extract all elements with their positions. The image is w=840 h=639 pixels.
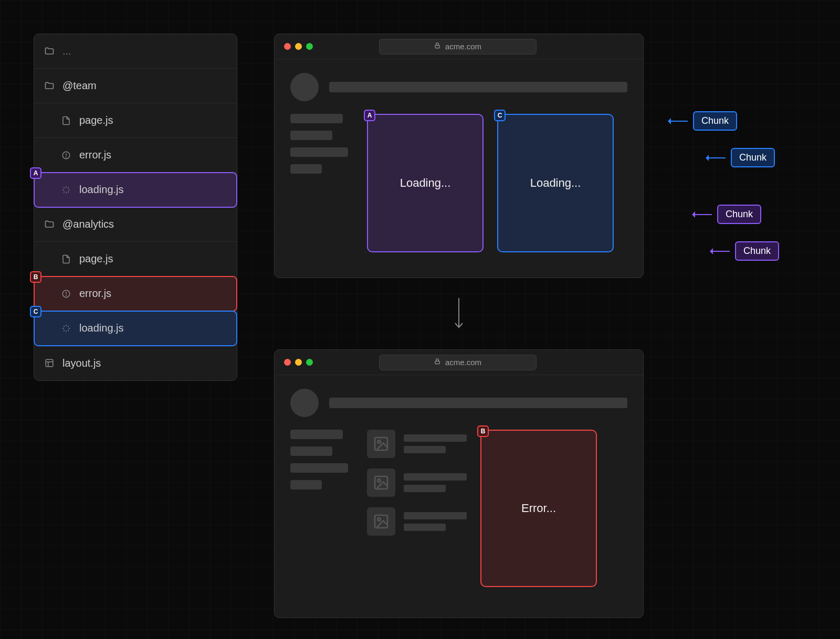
- avatar-skeleton: [290, 73, 319, 101]
- file-icon: [60, 115, 72, 126]
- badge-a: A: [364, 110, 375, 121]
- minimize-dot-icon[interactable]: [295, 43, 302, 50]
- badge-a: A: [30, 167, 41, 179]
- tree-row-label: layout.js: [62, 357, 101, 369]
- error-card-b: B Error...: [480, 430, 597, 587]
- chunk-pill: Chunk: [717, 205, 761, 224]
- browser-window-error: acme.com: [274, 349, 644, 618]
- tree-row-analytics[interactable]: @analytics: [34, 207, 237, 242]
- minimize-dot-icon[interactable]: [295, 359, 302, 366]
- badge-b: B: [477, 425, 489, 437]
- svg-point-2: [66, 157, 67, 157]
- svg-point-16: [377, 518, 380, 520]
- close-dot-icon[interactable]: [284, 43, 291, 50]
- chunk-pill: Chunk: [693, 111, 737, 131]
- tree-row-label: page.js: [79, 114, 113, 126]
- content-list: [367, 430, 467, 587]
- sidebar-skeleton: [290, 114, 353, 252]
- error-icon: [60, 288, 72, 300]
- svg-rect-9: [435, 45, 439, 48]
- svg-point-5: [66, 295, 67, 296]
- loading-card-c: C Loading...: [497, 114, 614, 252]
- image-icon: [367, 468, 395, 497]
- chunk-pill: Chunk: [735, 241, 779, 261]
- image-icon: [367, 430, 395, 458]
- folder-icon: [44, 80, 55, 92]
- card-text: Error...: [521, 502, 556, 515]
- tree-row-error[interactable]: error.js: [34, 138, 237, 173]
- browser-titlebar: acme.com: [275, 350, 643, 375]
- layout-icon: [44, 357, 55, 369]
- svg-point-12: [377, 440, 380, 443]
- tree-row-team[interactable]: @team: [34, 69, 237, 103]
- svg-rect-10: [435, 361, 439, 364]
- spinner-icon: [60, 184, 72, 196]
- arrow-left-icon: [671, 121, 688, 122]
- list-item: [367, 507, 467, 536]
- lock-icon: [434, 358, 441, 367]
- tree-row-label: page.js: [79, 253, 113, 265]
- url-text: acme.com: [445, 358, 481, 367]
- card-text: Loading...: [400, 176, 451, 190]
- tree-row-breadcrumb[interactable]: ...: [34, 34, 237, 69]
- badge-c: C: [30, 306, 41, 317]
- maximize-dot-icon[interactable]: [306, 359, 313, 366]
- tree-row-label: loading.js: [79, 184, 124, 196]
- tree-row-loading-c[interactable]: C loading.js: [34, 311, 237, 346]
- svg-rect-15: [375, 515, 387, 528]
- error-icon: [60, 150, 72, 161]
- avatar-skeleton: [290, 389, 319, 417]
- tree-row-loading-a[interactable]: A loading.js: [34, 173, 237, 207]
- card-text: Loading...: [530, 176, 581, 190]
- svg-rect-6: [46, 359, 53, 367]
- file-tree-panel: ... @team page.js error.js A loading.js …: [34, 34, 237, 381]
- sidebar-skeleton: [290, 430, 353, 587]
- arrow-left-icon: [713, 251, 730, 252]
- chunk-pill: Chunk: [731, 148, 775, 167]
- list-item: [367, 430, 467, 458]
- spinner-icon: [60, 323, 72, 334]
- list-item: [367, 468, 467, 497]
- url-bar[interactable]: acme.com: [379, 355, 537, 370]
- badge-c: C: [494, 110, 506, 121]
- file-icon: [60, 253, 72, 265]
- breadcrumb-label: ...: [62, 45, 71, 57]
- title-skeleton-bar: [329, 82, 627, 92]
- arrow-left-icon: [695, 214, 712, 215]
- tree-row-label: @team: [62, 80, 97, 92]
- close-dot-icon[interactable]: [284, 359, 291, 366]
- browser-window-loading: acme.com A Loading... C Loading...: [274, 34, 644, 278]
- tree-row-error-b[interactable]: B error.js: [34, 276, 237, 311]
- svg-rect-11: [375, 438, 387, 450]
- chunk-label-purple: Chunk: [713, 241, 779, 261]
- url-bar[interactable]: acme.com: [379, 39, 537, 55]
- chunk-label-blue: Chunk: [671, 111, 737, 131]
- tree-row-layout[interactable]: layout.js: [34, 346, 237, 380]
- tree-row-label: loading.js: [79, 322, 124, 334]
- arrow-left-icon: [709, 157, 726, 158]
- svg-rect-13: [375, 476, 387, 489]
- folder-icon: [44, 219, 55, 230]
- url-text: acme.com: [445, 42, 481, 51]
- title-skeleton-bar: [329, 398, 627, 408]
- chunk-label-blue: Chunk: [709, 148, 775, 167]
- tree-row-label: @analytics: [62, 218, 114, 230]
- maximize-dot-icon[interactable]: [306, 43, 313, 50]
- image-icon: [367, 507, 395, 536]
- arrow-down-icon: [453, 296, 465, 332]
- tree-row-label: error.js: [79, 287, 111, 300]
- tree-row-page[interactable]: page.js: [34, 103, 237, 138]
- svg-point-14: [377, 479, 380, 482]
- tree-row-label: error.js: [79, 149, 111, 161]
- loading-card-a: A Loading...: [367, 114, 484, 252]
- chunk-label-purple: Chunk: [695, 205, 761, 224]
- lock-icon: [434, 42, 441, 51]
- folder-icon: [44, 46, 55, 57]
- badge-b: B: [30, 271, 41, 283]
- tree-row-page-2[interactable]: page.js: [34, 242, 237, 276]
- browser-titlebar: acme.com: [275, 34, 643, 59]
